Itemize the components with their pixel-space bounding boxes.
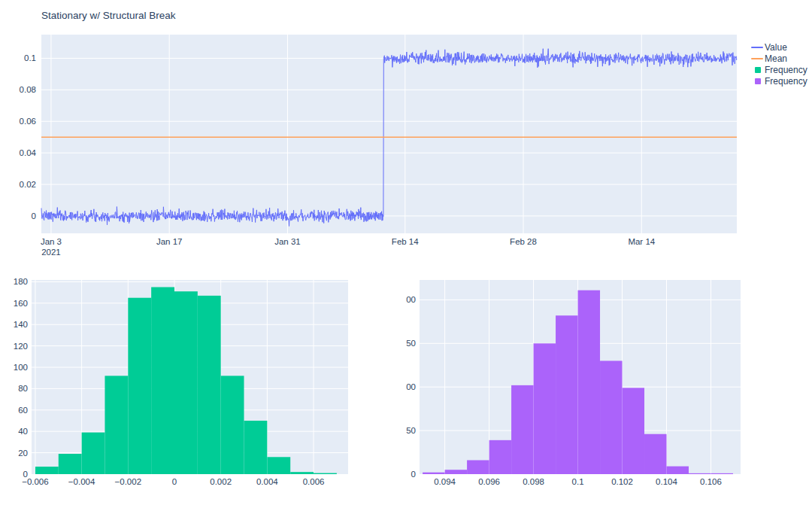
legend: ValueMeanFrequencyFrequency (751, 43, 807, 86)
x-tick-label: −0.004 (68, 477, 95, 486)
histogram-bar (59, 454, 82, 474)
x-tick-label: Feb 14 (392, 237, 419, 246)
legend-item-label: Frequency (765, 77, 807, 86)
histogram-bar (600, 360, 622, 474)
histogram-bar (221, 376, 244, 474)
x-tick-label: Feb 28 (510, 237, 537, 246)
histogram-bar (314, 473, 337, 474)
legend-line-swatch-icon (751, 58, 763, 59)
histogram-bar (578, 291, 600, 474)
legend-item-frequency-2[interactable]: Frequency (751, 65, 807, 75)
histogram-bar (82, 433, 105, 474)
histogram-bar (267, 457, 290, 474)
histogram-bar (244, 421, 268, 474)
legend-item-value-0[interactable]: Value (751, 43, 807, 52)
histogram-bar (467, 460, 489, 474)
y-tick-label: 0 (411, 470, 416, 479)
y-tick-label: 100 (14, 363, 28, 372)
legend-square-swatch-icon (755, 78, 761, 84)
x-tick-label: 0.002 (210, 477, 232, 486)
y-tick-label: 140 (14, 320, 28, 329)
x-tick-label: 0.1 (572, 477, 584, 486)
x-tick-label: 0.094 (434, 477, 456, 486)
figure: Stationary w/ Structural Break 00.020.04… (0, 0, 812, 508)
y-tick-label: 150 (406, 339, 416, 348)
y-tick-label: 40 (18, 427, 28, 436)
x-tick-label: 0.102 (611, 477, 633, 486)
legend-item-label: Mean (765, 54, 787, 63)
y-tick-label: 50 (406, 426, 416, 435)
histogram-bar (198, 296, 221, 474)
histogram-bar (151, 287, 174, 474)
y-tick-label: 60 (18, 406, 28, 415)
x-tick-label: Mar 14 (628, 237, 655, 246)
y-tick-label: 80 (18, 384, 28, 393)
histogram-bar (445, 470, 467, 474)
x-tick-label: −0.002 (115, 477, 142, 486)
y-tick-label: 0.1 (24, 53, 36, 62)
legend-item-mean-1[interactable]: Mean (751, 54, 807, 63)
y-tick-label: 0.04 (20, 148, 37, 157)
histogram-bar (689, 473, 710, 474)
timeseries-chart[interactable]: 00.020.040.060.080.1Jan 32021Jan 17Jan 3… (0, 0, 812, 263)
histogram-bar (667, 467, 689, 474)
histogram-bar (644, 434, 666, 474)
legend-line-swatch-icon (751, 47, 763, 48)
histogram-bar (128, 298, 151, 474)
x-tick-label: Jan 31 (274, 237, 301, 246)
x-tick-label: Jan 3 (41, 237, 62, 246)
legend-square-swatch-icon (755, 67, 761, 73)
histogram-bar (556, 315, 577, 474)
x-tick-label: 0.004 (256, 477, 278, 486)
y-tick-label: 200 (406, 295, 416, 304)
purple-histogram[interactable]: 0501001502000.0940.0960.0980.10.1020.104… (406, 267, 812, 508)
x-tick-label: 0.098 (523, 477, 544, 486)
histogram-bar (174, 291, 198, 474)
histogram-bar (623, 388, 644, 474)
y-tick-label: 100 (406, 382, 416, 391)
legend-item-label: Value (765, 43, 787, 52)
x-tick-label: 0.104 (656, 477, 677, 486)
x-tick-label: 0.106 (700, 477, 722, 486)
x-tick-label: 0 (172, 477, 177, 486)
y-tick-label: 0 (32, 211, 36, 221)
histogram-bar (35, 467, 59, 474)
y-tick-label: 0.06 (20, 117, 36, 126)
x-tick-label: −0.006 (22, 477, 49, 486)
x-tick-label: Jan 17 (156, 237, 183, 246)
x-tick-label: 0.006 (303, 477, 325, 486)
histogram-bar (511, 385, 533, 474)
histogram-bar (423, 473, 444, 474)
histogram-bar (290, 472, 314, 474)
histogram-bar (489, 440, 511, 474)
green-histogram[interactable]: 020406080100120140160180−0.006−0.004−0.0… (0, 267, 406, 508)
histogram-bar (710, 473, 732, 474)
histogram-bar (105, 376, 128, 474)
legend-item-label: Frequency (765, 65, 807, 75)
y-tick-label: 120 (14, 342, 28, 351)
y-tick-label: 0.08 (20, 85, 36, 94)
x-tick-sublabel: 2021 (41, 248, 61, 257)
y-tick-label: 160 (14, 299, 28, 308)
y-tick-label: 180 (14, 277, 28, 286)
legend-item-frequency-3[interactable]: Frequency (751, 77, 807, 86)
y-tick-label: 0.02 (20, 180, 36, 189)
y-tick-label: 20 (18, 449, 28, 458)
histogram-bar (534, 343, 556, 474)
x-tick-label: 0.096 (478, 477, 500, 486)
